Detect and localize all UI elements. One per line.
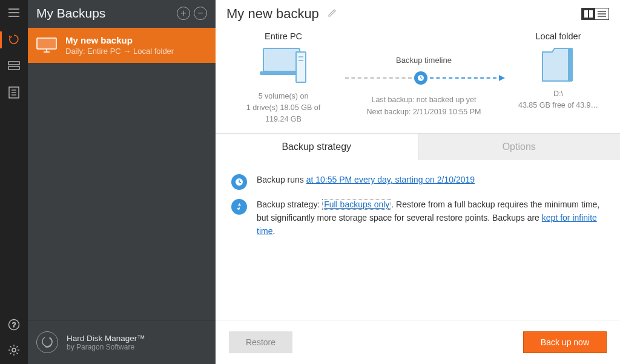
svg-text:?: ?: [12, 321, 16, 328]
sidebar: My Backups + − My new backup Daily: Enti…: [28, 0, 216, 364]
source-label: Entire PC: [265, 31, 302, 41]
sidebar-title: My Backups: [36, 6, 173, 21]
card-view-button[interactable]: [582, 8, 595, 19]
schedule-icon: [231, 174, 247, 190]
timeline-area: Entire PC 5 volume(s) on 1 drive(s) 18.0…: [216, 25, 620, 133]
folder-icon: [541, 46, 575, 83]
timeline-line: [343, 71, 505, 85]
timeline-column: Backup timeline Last backup: not backed …: [343, 31, 505, 125]
computer-icon: [260, 46, 307, 86]
svg-rect-3: [8, 62, 19, 65]
source-column[interactable]: Entire PC 5 volume(s) on 1 drive(s) 18.0…: [229, 31, 338, 125]
timeline-label: Backup timeline: [396, 56, 452, 65]
sidebar-header: My Backups + −: [28, 0, 216, 28]
page-title: My new backup: [226, 6, 319, 22]
svg-line-17: [16, 353, 18, 354]
menu-icon[interactable]: [7, 6, 21, 19]
bottom-bar: Restore Back up now: [216, 320, 620, 364]
svg-line-16: [10, 346, 12, 348]
add-backup-button[interactable]: +: [177, 7, 190, 20]
tab-backup-strategy[interactable]: Backup strategy: [216, 134, 418, 160]
main-panel: My new backup Entire PC 5 volume(s): [216, 0, 620, 364]
backup-item-subtitle: Daily: Entire PC → Local folder: [65, 47, 174, 56]
svg-rect-4: [8, 67, 19, 70]
recycle-icon: [231, 199, 247, 215]
strategy-type-link[interactable]: Full backups only: [322, 199, 391, 210]
svg-rect-28: [263, 48, 300, 71]
sidebar-footer: Hard Disk Manager™ by Paragon Software: [28, 320, 216, 364]
svg-line-35: [421, 78, 423, 79]
view-toggle: [581, 8, 609, 20]
svg-rect-36: [568, 48, 573, 81]
product-vendor: by Paragon Software: [67, 343, 145, 351]
schedule-link[interactable]: at 10:55 PM every day, starting on 2/10/…: [306, 175, 475, 184]
svg-line-39: [239, 182, 241, 183]
reports-icon[interactable]: [7, 86, 21, 99]
destination-detail: D:\ 43.85 GB free of 43.9…: [518, 88, 598, 111]
source-detail: 5 volume(s) on 1 drive(s) 18.05 GB of 11…: [246, 91, 320, 125]
strategy-row: Backup strategy: Full backups only. Rest…: [231, 198, 604, 238]
remove-backup-button[interactable]: −: [194, 7, 207, 20]
monitor-icon: [36, 37, 57, 53]
settings-icon[interactable]: [7, 343, 21, 357]
clock-icon: [414, 71, 427, 85]
svg-rect-20: [37, 38, 56, 49]
svg-line-19: [16, 346, 18, 348]
list-view-button[interactable]: [595, 8, 608, 19]
arrow-icon: [499, 75, 505, 81]
backup-item-title: My new backup: [65, 35, 174, 45]
strategy-content: Backup runs at 10:55 PM every day, start…: [216, 160, 620, 259]
icon-rail: ?: [0, 0, 28, 364]
active-indicator: [0, 31, 2, 48]
tabs: Backup strategy Options: [216, 133, 620, 160]
timeline-details: Last backup: not backed up yet Next back…: [366, 94, 481, 118]
strategy-text: Backup strategy: Full backups only. Rest…: [257, 198, 602, 238]
product-name: Hard Disk Manager™: [67, 334, 145, 343]
backups-icon[interactable]: [7, 33, 21, 46]
destination-label: Local folder: [536, 31, 581, 41]
restore-button[interactable]: Restore: [229, 331, 292, 353]
backup-now-button[interactable]: Back up now: [523, 331, 607, 353]
svg-rect-24: [589, 10, 593, 18]
drives-icon[interactable]: [7, 59, 21, 73]
destination-column[interactable]: Local folder D:\ 43.85 GB free of 43.9…: [510, 31, 607, 125]
schedule-text: Backup runs at 10:55 PM every day, start…: [257, 174, 475, 187]
main-header: My new backup: [216, 0, 620, 25]
product-logo-icon: [36, 331, 58, 353]
svg-line-18: [10, 353, 12, 354]
edit-title-icon[interactable]: [328, 8, 337, 20]
schedule-row: Backup runs at 10:55 PM every day, start…: [231, 174, 604, 190]
help-icon[interactable]: ?: [7, 318, 21, 331]
svg-point-11: [12, 348, 16, 352]
svg-rect-23: [584, 10, 588, 18]
backup-list-item[interactable]: My new backup Daily: Entire PC → Local f…: [28, 28, 216, 63]
tab-options[interactable]: Options: [418, 134, 621, 160]
